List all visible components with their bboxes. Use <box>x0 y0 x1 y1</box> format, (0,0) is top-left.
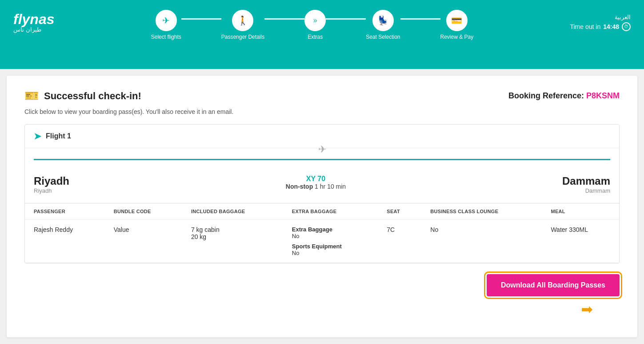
meal-val: Water 330ML <box>542 220 619 263</box>
step-line-2 <box>264 18 304 20</box>
flight-header-icon: ➤ <box>34 131 41 142</box>
flight-card: ➤ Flight 1 ✈ Riyadh Riyadh XY 70 Non-sto… <box>24 124 620 263</box>
col-passenger: PASSENGER <box>25 203 105 220</box>
logo-arabic: طيران ناس <box>13 26 41 33</box>
step-line-1 <box>181 18 221 20</box>
lang-arabic[interactable]: العربية <box>615 14 631 20</box>
extra-baggage-no: No <box>292 233 369 239</box>
from-city-name: Riyadh <box>34 175 69 187</box>
booking-ref: Booking Reference: P8KSNM <box>508 91 620 101</box>
flight-label: Flight 1 <box>46 132 71 140</box>
sports-label: Sports Equipment <box>292 243 369 250</box>
timeout: Time out in 14:48 ⏱ <box>570 22 631 31</box>
timeout-value: 14:48 <box>603 23 619 30</box>
checkin-icon: 🎫 <box>24 89 39 103</box>
success-row: 🎫 Successful check-in! Booking Reference… <box>24 89 620 103</box>
plane-icon: ✈ <box>318 144 326 155</box>
main-content: 🎫 Successful check-in! Booking Reference… <box>7 76 637 337</box>
download-boarding-passes-button[interactable]: Download All Boarding Passes <box>487 274 620 296</box>
clock-icon: ⏱ <box>622 22 631 31</box>
col-extra-baggage: EXTRA BAGGAGE <box>283 203 378 220</box>
col-bundle-code: BUNDLE CODE <box>105 203 182 220</box>
table-header-row: PASSENGER BUNDLE CODE INCLUDED BAGGAGE E… <box>25 203 619 220</box>
to-city: Dammam Dammam <box>562 175 610 194</box>
logo: flynas طيران ناس <box>13 12 54 33</box>
step-passenger-details: 🚶 Passenger Details <box>221 10 264 40</box>
step-label-2: Passenger Details <box>221 34 264 40</box>
passenger-table: PASSENGER BUNDLE CODE INCLUDED BAGGAGE E… <box>25 203 619 263</box>
step-label-1: Select flights <box>151 34 181 40</box>
sports-val: No <box>292 250 369 256</box>
step-circle-1: ✈ <box>156 10 177 31</box>
lounge-val: No <box>421 220 542 263</box>
success-title: 🎫 Successful check-in! <box>24 89 141 103</box>
to-city-name: Dammam <box>562 175 610 187</box>
route-line <box>34 159 610 160</box>
success-desc: Click below to view your boarding pass(e… <box>24 108 620 115</box>
extra-baggage-label: Extra Baggage <box>292 226 369 233</box>
cabin-baggage: 7 kg cabin <box>191 226 274 233</box>
arrow-indicator: ⬅ <box>581 301 593 318</box>
step-circle-5: 💳 <box>446 10 468 31</box>
steps-nav: ✈ Select flights 🚶 Passenger Details » E… <box>151 10 474 40</box>
booking-ref-label: Booking Reference: <box>508 91 584 100</box>
step-line-3 <box>326 18 366 20</box>
step-label-4: Seat Selection <box>366 34 400 40</box>
step-review-pay: 💳 Review & Pay <box>440 10 474 40</box>
table-row: Rajesh Reddy Value 7 kg cabin 20 kg Extr… <box>25 220 619 263</box>
flight-route-bar: ✈ <box>25 148 619 170</box>
step-circle-2: 🚶 <box>232 10 253 31</box>
bundle-code-val: Value <box>105 220 182 263</box>
header: flynas طيران ناس ✈ Select flights 🚶 Pass… <box>0 0 644 69</box>
col-included-baggage: INCLUDED BAGGAGE <box>182 203 283 220</box>
step-select-flights: ✈ Select flights <box>151 10 181 40</box>
checked-baggage: 20 kg <box>191 233 274 240</box>
included-baggage-val: 7 kg cabin 20 kg <box>182 220 283 263</box>
step-label-5: Review & Pay <box>440 34 474 40</box>
route-details: Riyadh Riyadh XY 70 Non-stop 1 hr 10 min… <box>25 170 619 203</box>
flight-duration: Non-stop 1 hr 10 min <box>286 183 346 190</box>
success-text: Successful check-in! <box>44 90 141 102</box>
step-extras: » Extras <box>304 10 326 40</box>
passenger-name: Rajesh Reddy <box>25 220 105 263</box>
route-line-wrapper: ✈ <box>34 148 610 170</box>
logo-text: flynas <box>13 12 54 26</box>
route-center: XY 70 Non-stop 1 hr 10 min <box>286 175 346 190</box>
col-meal: MEAL <box>542 203 619 220</box>
extra-baggage-val: Extra Baggage No Sports Equipment No <box>283 220 378 263</box>
seat-val: 7C <box>378 220 421 263</box>
col-business-lounge: BUSINESS CLASS LOUNGE <box>421 203 542 220</box>
from-city-sub: Riyadh <box>34 187 69 194</box>
booking-ref-value: P8KSNM <box>586 91 620 100</box>
header-right: العربية Time out in 14:48 ⏱ <box>570 14 631 31</box>
to-city-sub: Dammam <box>562 187 610 194</box>
step-seat-selection: 💺 Seat Selection <box>366 10 400 40</box>
step-circle-4: 💺 <box>372 10 394 31</box>
from-city: Riyadh Riyadh <box>34 175 69 194</box>
step-label-3: Extras <box>308 34 323 40</box>
step-line-4 <box>400 18 440 20</box>
col-seat: SEAT <box>378 203 421 220</box>
step-circle-3: » <box>304 10 326 31</box>
download-section: Download All Boarding Passes ⬅ <box>24 274 620 318</box>
flight-number: XY 70 <box>286 175 346 183</box>
timeout-label: Time out in <box>570 23 600 30</box>
